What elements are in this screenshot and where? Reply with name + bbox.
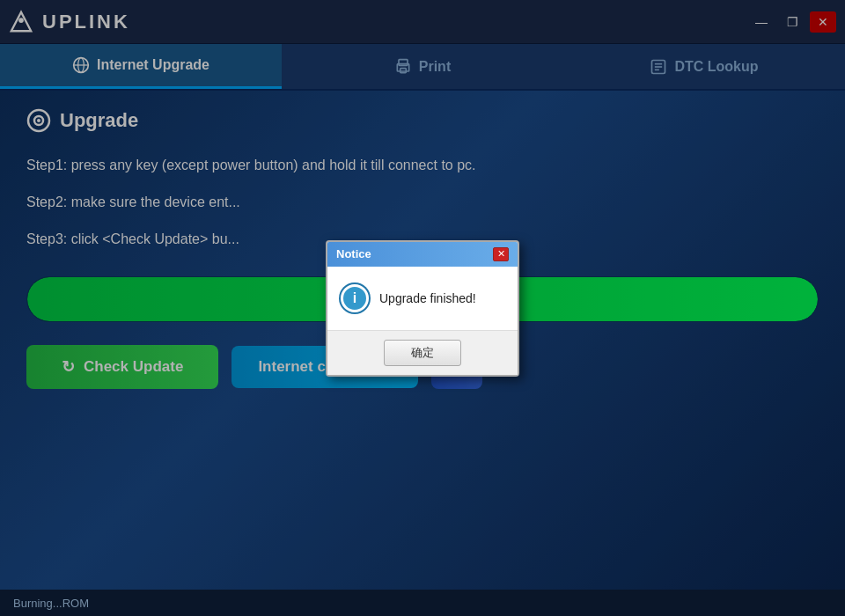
modal-body: i Upgrade finished! xyxy=(327,267,518,330)
modal-ok-button[interactable]: 确定 xyxy=(384,340,461,366)
modal-titlebar: Notice ✕ xyxy=(327,242,518,267)
modal-title: Notice xyxy=(336,247,371,260)
modal-message: Upgrade finished! xyxy=(379,291,476,305)
notice-dialog: Notice ✕ i Upgrade finished! 确定 xyxy=(326,240,519,377)
info-icon: i xyxy=(341,284,369,312)
modal-footer: 确定 xyxy=(327,330,518,375)
modal-close-button[interactable]: ✕ xyxy=(493,247,509,261)
modal-overlay: Notice ✕ i Upgrade finished! 确定 xyxy=(0,0,845,616)
